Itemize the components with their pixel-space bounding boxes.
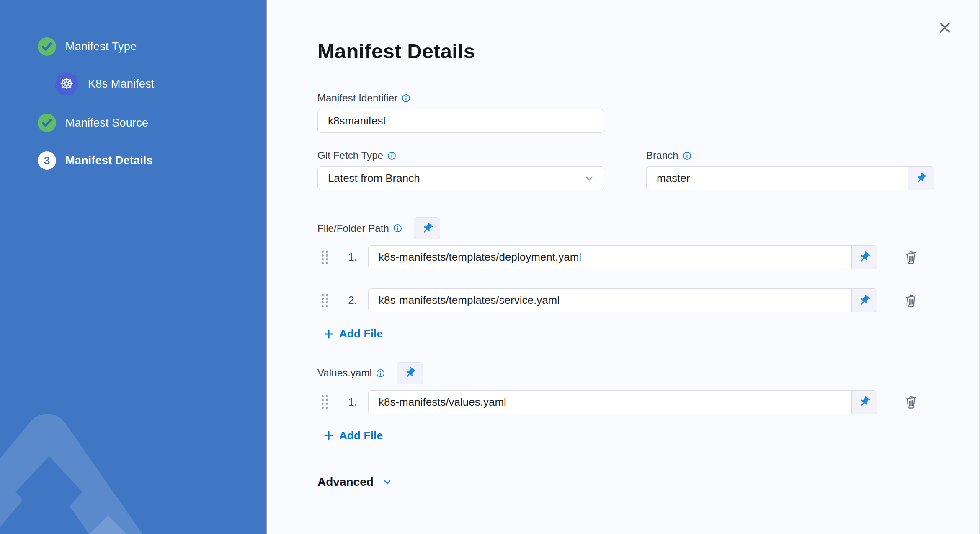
branch-field: Branch bbox=[646, 150, 934, 190]
close-button[interactable] bbox=[936, 19, 953, 36]
pin-toggle-button[interactable] bbox=[908, 167, 934, 190]
pin-toggle-button[interactable] bbox=[851, 391, 877, 414]
kubernetes-icon: ☸ bbox=[54, 72, 79, 96]
git-fetch-type-value: Latest from Branch bbox=[328, 172, 420, 185]
check-circle-icon bbox=[38, 37, 56, 56]
file-path-input-group bbox=[368, 245, 877, 269]
sidebar-step-manifest-source[interactable]: Manifest Source bbox=[38, 114, 266, 132]
chevron-down-icon bbox=[381, 476, 394, 488]
file-folder-path-rows: 1. 2. bbox=[317, 245, 979, 312]
manifest-identifier-label: Manifest Identifier bbox=[317, 92, 397, 104]
advanced-label: Advanced bbox=[317, 475, 374, 489]
pin-toggle-button[interactable] bbox=[414, 217, 440, 239]
trash-icon bbox=[903, 249, 919, 266]
git-fetch-type-select[interactable]: Latest from Branch bbox=[317, 166, 604, 190]
branch-label: Branch bbox=[646, 150, 678, 161]
chevron-down-icon bbox=[582, 171, 596, 186]
pin-icon bbox=[421, 222, 433, 235]
drag-handle-icon[interactable] bbox=[322, 395, 328, 409]
wizard-steps: Manifest Type ☸ K8s Manifest Manifest So… bbox=[0, 37, 266, 170]
values-path-input[interactable] bbox=[369, 391, 851, 414]
row-index: 1. bbox=[328, 396, 357, 409]
values-path-row: 1. bbox=[322, 390, 979, 414]
close-icon bbox=[938, 21, 952, 35]
pin-icon bbox=[858, 396, 871, 408]
values-path-input-group bbox=[368, 390, 877, 414]
values-yaml-header: Values.yaml bbox=[317, 362, 979, 384]
step-label: Manifest Source bbox=[65, 117, 148, 130]
delete-row-button[interactable] bbox=[902, 248, 920, 267]
drag-handle-icon[interactable] bbox=[322, 294, 328, 307]
info-icon[interactable] bbox=[376, 369, 385, 378]
plus-icon bbox=[323, 430, 334, 441]
info-icon[interactable] bbox=[683, 151, 691, 160]
row-index: 1. bbox=[328, 251, 357, 264]
plus-icon bbox=[323, 329, 334, 340]
pin-toggle-button[interactable] bbox=[397, 362, 423, 384]
delete-row-button[interactable] bbox=[902, 291, 920, 310]
pin-icon bbox=[404, 367, 416, 379]
file-path-input[interactable] bbox=[369, 246, 851, 269]
row-index: 2. bbox=[328, 294, 357, 307]
pin-icon bbox=[858, 251, 871, 264]
pin-icon bbox=[915, 172, 927, 185]
info-icon[interactable] bbox=[387, 151, 396, 160]
sidebar-step-manifest-details[interactable]: 3 Manifest Details bbox=[38, 151, 266, 170]
page-title: Manifest Details bbox=[317, 39, 979, 63]
sidebar-substep-k8s-manifest[interactable]: ☸ K8s Manifest bbox=[54, 72, 266, 96]
file-folder-path-header: File/Folder Path bbox=[317, 217, 979, 239]
delete-row-button[interactable] bbox=[902, 393, 920, 411]
step-label: K8s Manifest bbox=[88, 78, 154, 91]
manifest-identifier-input[interactable] bbox=[317, 109, 604, 133]
trash-icon bbox=[903, 292, 919, 309]
add-file-button[interactable]: Add File bbox=[323, 429, 383, 442]
file-path-row: 2. bbox=[322, 288, 979, 312]
check-circle-icon bbox=[38, 114, 56, 132]
file-path-row: 1. bbox=[322, 245, 979, 269]
pin-toggle-button[interactable] bbox=[851, 289, 877, 312]
fetch-branch-row: Git Fetch Type Latest from Branch Branch bbox=[317, 150, 979, 190]
info-icon[interactable] bbox=[402, 94, 410, 103]
sidebar-step-manifest-type[interactable]: Manifest Type bbox=[38, 37, 266, 56]
file-path-input[interactable] bbox=[369, 289, 851, 312]
values-yaml-rows: 1. bbox=[317, 390, 979, 414]
manifest-wizard-dialog: Manifest Type ☸ K8s Manifest Manifest So… bbox=[0, 0, 980, 534]
step-label: Manifest Details bbox=[65, 154, 153, 167]
branch-input[interactable] bbox=[647, 167, 908, 190]
manifest-details-panel: Manifest Details Manifest Identifier Git… bbox=[267, 0, 979, 534]
values-yaml-label: Values.yaml bbox=[317, 367, 372, 379]
git-fetch-type-label: Git Fetch Type bbox=[317, 150, 383, 161]
file-folder-path-label: File/Folder Path bbox=[317, 223, 389, 234]
manifest-identifier-field: Manifest Identifier bbox=[317, 92, 979, 133]
advanced-toggle[interactable]: Advanced bbox=[317, 475, 394, 489]
step-number-badge: 3 bbox=[38, 151, 56, 170]
info-icon[interactable] bbox=[393, 224, 402, 233]
wizard-sidebar: Manifest Type ☸ K8s Manifest Manifest So… bbox=[0, 0, 266, 534]
add-file-button[interactable]: Add File bbox=[323, 327, 383, 340]
branch-input-group bbox=[646, 166, 934, 190]
step-label: Manifest Type bbox=[65, 40, 137, 53]
pin-icon bbox=[858, 294, 871, 307]
harness-logo-watermark bbox=[0, 391, 266, 534]
trash-icon bbox=[903, 394, 919, 410]
pin-toggle-button[interactable] bbox=[851, 246, 877, 269]
drag-handle-icon[interactable] bbox=[322, 251, 328, 264]
file-path-input-group bbox=[368, 288, 877, 312]
git-fetch-type-field: Git Fetch Type Latest from Branch bbox=[317, 150, 604, 190]
